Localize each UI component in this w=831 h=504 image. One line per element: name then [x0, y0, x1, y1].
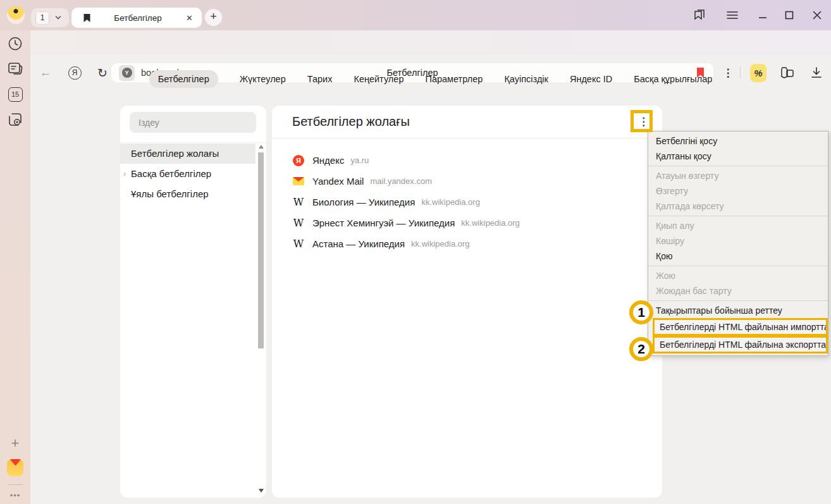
profile-avatar[interactable]: [7, 6, 25, 24]
rail-divider: [8, 484, 23, 485]
menu-icon[interactable]: [725, 8, 740, 23]
tab-close-icon[interactable]: ✕: [185, 13, 194, 23]
yandex-mail-icon[interactable]: [7, 459, 23, 476]
context-menu: Бетбелгіні қосу Қалтаны қосу Атауын өзге…: [648, 131, 828, 356]
tab-counter[interactable]: 1: [31, 8, 69, 27]
scrollbar-thumb[interactable]: [258, 152, 264, 348]
search-input[interactable]: [130, 112, 256, 133]
menu-add-bookmark[interactable]: Бетбелгіні қосу: [648, 133, 828, 149]
menu-paste[interactable]: Қою: [648, 249, 828, 264]
menu-delete: Жою: [648, 268, 828, 283]
menu-add-folder[interactable]: Қалтаны қосу: [648, 149, 828, 164]
chevron-down-icon: [55, 15, 61, 21]
bookmark-row[interactable]: Я Яндекс ya.ru: [292, 150, 649, 171]
folder-mobile-bookmarks[interactable]: Ұялы бетбелгілер: [120, 184, 255, 204]
annotation-step-2: 2: [629, 337, 653, 361]
panel-title: Бетбелгілер жолағы: [292, 114, 410, 129]
tab-history[interactable]: Тарих: [307, 70, 333, 88]
address-toolbar: ← Я ↻ Y bookmarks Бетбелгілер ⋮ %: [0, 30, 831, 54]
browser-window: 1 Бетбелгілер ✕ + ← Я ↻ Y b: [0, 0, 831, 504]
folder-other-bookmarks[interactable]: › Басқа бетбелгілер: [120, 164, 255, 184]
title-bar: 1 Бетбелгілер ✕ +: [0, 0, 831, 30]
more-apps-icon[interactable]: •••: [7, 487, 23, 503]
folders-panel: Бетбелгілер жолағы › Басқа бетбелгілер Ұ…: [120, 106, 266, 498]
wikipedia-favicon: W: [292, 238, 305, 250]
settings-nav: Бетбелгілер Жүктеулер Тарих Кеңейтулер П…: [30, 70, 831, 88]
bookmark-row[interactable]: Yandex Mail mail.yandex.com: [292, 171, 649, 192]
tab-settings[interactable]: Параметрлер: [425, 70, 483, 88]
tab-bookmarks[interactable]: Бетбелгілер: [149, 70, 218, 88]
tab-security[interactable]: Қауіпсіздік: [504, 70, 548, 88]
add-panel-icon[interactable]: +: [7, 435, 23, 452]
bookmark-row[interactable]: W Биология — Уикипедия kk.wikipedia.org: [292, 192, 649, 212]
panel-divider: [120, 142, 266, 143]
menu-export-html[interactable]: Бетбелгілерді HTML файлына экспорттау: [653, 336, 828, 353]
scroll-down-icon[interactable]: [259, 489, 264, 493]
history-icon[interactable]: [7, 35, 23, 52]
new-tab-button[interactable]: +: [205, 9, 222, 26]
notes-icon[interactable]: [7, 61, 23, 77]
tab-count-badge: 1: [35, 11, 49, 25]
wikipedia-favicon: W: [292, 217, 305, 229]
minimize-icon[interactable]: [755, 8, 770, 23]
annotation-step-1: 1: [629, 300, 653, 324]
tab-extensions[interactable]: Кеңейтулер: [354, 70, 403, 88]
side-panel-icon[interactable]: [692, 8, 707, 23]
menu-edit: Өзгерту: [648, 183, 828, 199]
tab-yandex-id[interactable]: Яндекс ID: [570, 70, 612, 88]
wikipedia-favicon: W: [292, 196, 305, 208]
tab-title: Бетбелгілер: [91, 13, 185, 23]
menu-sort-by-title[interactable]: Тақырыптары бойынша реттеу: [648, 303, 828, 318]
menu-import-html[interactable]: Бетбелгілерді HTML файлынан импорттау: [653, 318, 828, 336]
scroll-up-icon[interactable]: [259, 145, 264, 149]
close-icon[interactable]: [809, 8, 825, 23]
bookmark-icon: [83, 13, 91, 23]
bookmark-row[interactable]: W Астана — Уикипедия kk.wikipedia.org: [292, 233, 649, 254]
panel-divider: [272, 138, 662, 138]
screenshot-icon[interactable]: [7, 111, 23, 128]
folder-bookmarks-bar[interactable]: Бетбелгілер жолағы: [120, 144, 255, 164]
bookmarks-panel: Бетбелгілер жолағы ⋮ Я Яндекс ya.ru Yand…: [272, 106, 662, 498]
browser-tab[interactable]: Бетбелгілер ✕: [71, 8, 202, 28]
menu-undo-delete: Жоюдан бас тарту: [648, 283, 828, 298]
menu-rename: Атауын өзгерту: [648, 168, 828, 183]
sidebar-rail: 15 + •••: [0, 30, 30, 504]
menu-cut: Қиып алу: [648, 218, 828, 233]
menu-copy: Көшіру: [648, 233, 828, 249]
tab-downloads[interactable]: Жүктеулер: [240, 70, 286, 88]
yandex-mail-favicon: [292, 177, 305, 185]
bookmark-row[interactable]: W Эрнест Хемингуэй — Уикипедия kk.wikipe…: [292, 212, 649, 233]
scrollbar[interactable]: [255, 144, 266, 498]
tab-other-devices[interactable]: Басқа құрылғылар: [634, 70, 712, 88]
menu-show-in-folder: Қалтада көрсету: [648, 199, 828, 214]
calendar-icon[interactable]: 15: [7, 86, 23, 102]
annotation-highlight-dots-button: [631, 110, 653, 132]
yandex-favicon: Я: [292, 155, 305, 166]
chevron-right-icon[interactable]: ›: [123, 164, 126, 184]
maximize-icon[interactable]: [782, 8, 797, 23]
